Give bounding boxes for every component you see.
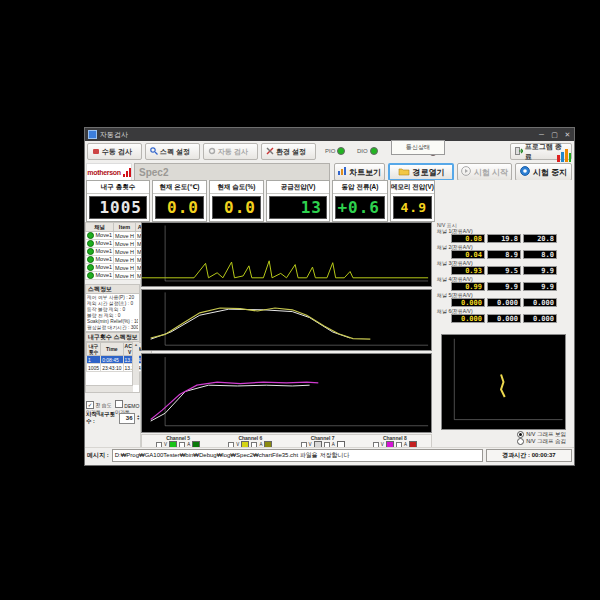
display-row: 내구 총횟수 1005 현재 온도(℃) 0.0 현재 습도(%) 0.0 공급… [85,180,574,222]
title-bar[interactable]: 자동검사 ─ ▢ ✕ [85,128,574,141]
chart-area: Channel 5 V A Channel 6 V A [141,222,432,447]
channel-ok-dot [87,272,94,279]
checkbox-checked-icon[interactable]: ✓ [86,401,94,409]
channel-ok-dot [87,248,94,255]
env-settings-button[interactable]: 환경 설정 [261,143,316,160]
cycle-spec-title: 내구횟수 스펙정보 [85,332,140,342]
status-bar: 메시지 : D:₩Prog₩GA100Tester₩bin₩Debug₩log₩… [85,447,574,463]
wrench-icon [266,147,274,156]
stop-icon [520,166,530,178]
vertical-scrollbar[interactable]: ▲ [132,342,139,385]
manual-test-button[interactable]: 수동 검사 [87,143,142,160]
channel-ok-dot [87,240,94,247]
nv-graph-show-radio[interactable]: N/V 그래프 보임 [517,431,566,438]
nv-row-2: 채널 2(전류A/V) 0.04 8.9 8.0 [437,244,572,259]
nv-row-5: 채널 5(전류A/V) 0.000 0.000 0.000 [437,292,572,307]
pio-status-dot [337,147,345,155]
display-humidity: 현재 습도(%) 0.0 [209,180,264,222]
start-count-input[interactable]: 36 [119,413,135,424]
scroll-up-icon[interactable]: ▲ [134,342,138,347]
nv-mini-series [501,374,505,397]
chart-view-button[interactable]: 차트보기 [334,163,385,181]
elapsed-time: 경과시간 : 00:00:37 [486,449,572,462]
radio-unselected-icon[interactable] [517,438,524,445]
chart1-series [142,261,428,278]
message-label: 메시지 : [87,451,109,460]
cycle-spec-list[interactable]: 내구횟수 Time ACT V MEM 1 0:08:45 13.3 4.9 1… [85,342,140,393]
chart-voltage[interactable] [141,353,432,433]
nv-display: 0.99 [451,282,485,291]
seven-segment-display: 4.9 [393,196,432,219]
chart3-series-magenta [151,382,319,419]
gear-icon [208,147,216,156]
magnifier-icon [150,147,158,156]
nv-display: 9.9 [523,282,557,291]
nv-display: 9.9 [523,266,557,275]
spin-down-icon[interactable]: ▼ [137,418,140,422]
radio-selected-icon[interactable] [517,431,524,438]
app-window: 자동검사 ─ ▢ ✕ 수동 검사 스펙 설정 자동 검사 환경 설정 [84,127,575,466]
spec-info-title: 스펙정보 [85,284,140,294]
checkbox-empty-icon[interactable] [115,400,123,408]
nv-display: 0.08 [451,234,485,243]
seven-segment-display: 0.0 [155,196,204,219]
chart-temperature[interactable] [141,289,432,351]
nv-row-1: 채널 1(전류A/V) 0.08 19.8 20.8 [437,228,572,243]
spec-settings-button[interactable]: 스펙 설정 [145,143,200,160]
main-toolbar: 수동 검사 스펙 설정 자동 검사 환경 설정 PIO DIO 온도 [85,141,574,164]
display-temperature: 현재 온도(℃) 0.0 [152,180,207,222]
comm-status-label: 통신상태 [391,140,445,155]
nv-display: 8.9 [487,250,521,259]
close-button[interactable]: ✕ [561,131,574,139]
auto-test-button[interactable]: 자동 검사 [203,143,258,160]
brand-logo: motherson [86,163,132,181]
start-count-label: 시작 내구횟수 : [86,411,117,425]
screen: { "window": { "title": "자동검사", "minimize… [0,0,600,600]
seven-segment-display: +0.6 [335,196,385,219]
indicator-dio: DIO [357,147,378,155]
nv-mini-chart[interactable] [441,334,566,430]
channel-ok-dot [87,264,94,271]
horizontal-scrollbar[interactable] [86,385,133,392]
nv-row-4: 채널 4(전류A/V) 0.99 9.9 9.9 [437,276,572,291]
chart-current[interactable] [141,222,432,287]
minimize-button[interactable]: ─ [535,131,548,139]
play-icon [461,166,471,178]
folder-icon [398,167,410,178]
test-start-button[interactable]: 시험 시작 [457,163,512,181]
nv-graph-hide-radio[interactable]: N/V 그래프 숨김 [517,438,566,445]
display-dynamic-current: 동압 전류(A) +0.6 [332,180,388,222]
hand-icon [92,147,100,156]
indicator-pio: PIO [325,147,345,155]
channel-ok-dot [87,256,94,263]
spec-info-group: 스펙정보 제어 여부 사용(P) : 20 제외 시간 설정(초) : 0 동작… [85,284,140,331]
nv-display: 0.04 [451,250,485,259]
spinner[interactable]: ▲ ▼ [137,415,140,422]
exit-door-icon [515,147,523,156]
nv-display: 9.9 [487,282,521,291]
chart3-series-white [151,385,310,421]
nv-display: 0.000 [451,298,485,307]
nv-display: 0.000 [487,298,521,307]
seven-segment-display: 13 [269,196,327,219]
brand-name: motherson [87,169,120,176]
nv-display: 20.8 [523,234,557,243]
nv-display: 8.0 [523,250,557,259]
seven-segment-display: 0.0 [212,196,261,219]
colorful-bars-icon [557,149,571,163]
window-title: 자동검사 [100,130,128,140]
seven-segment-display: 1005 [89,196,147,219]
channel-ok-dot [87,232,94,239]
test-stop-button[interactable]: 시험 중지 [515,163,572,181]
spec-name-field[interactable]: Spec2 [134,163,330,181]
maximize-button[interactable]: ▢ [548,131,561,139]
nv-row-3: 채널 3(전류A/V) 0.93 9.5 9.9 [437,260,572,275]
nv-display: 0.000 [487,314,521,323]
nv-row-6: 채널 6(전류A/V) 0.000 0.000 0.000 [437,308,572,323]
chart2-series-yellow [151,308,371,339]
nv-display: 0.000 [523,298,557,307]
nv-panel: N/V 표시 채널 1(전류A/V) 0.08 19.8 20.8 채널 2(전… [437,222,572,447]
open-path-button[interactable]: 경로열기 [388,163,454,181]
display-total-count: 내구 총횟수 1005 [86,180,150,222]
display-supply-voltage: 공급전압(V) 13 [266,180,330,222]
